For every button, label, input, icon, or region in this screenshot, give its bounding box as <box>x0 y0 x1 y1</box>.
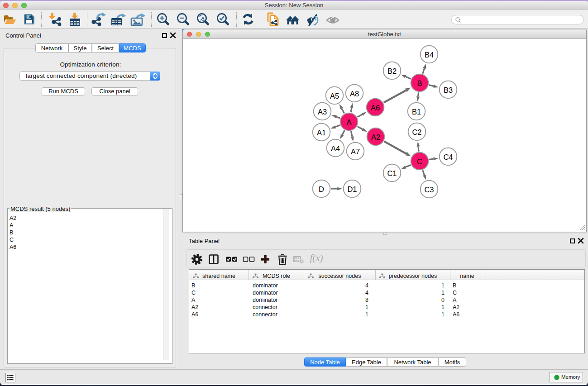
svg-text:D1: D1 <box>347 185 357 193</box>
svg-text:A6: A6 <box>371 104 380 112</box>
svg-text:C3: C3 <box>424 186 434 194</box>
svg-text:B: B <box>417 79 422 87</box>
svg-text:A3: A3 <box>318 108 327 116</box>
svg-text:A8: A8 <box>350 90 359 98</box>
svg-text:A: A <box>346 118 351 126</box>
svg-text:C1: C1 <box>387 169 397 177</box>
svg-text:C4: C4 <box>443 153 453 161</box>
svg-text:C2: C2 <box>412 128 421 136</box>
svg-text:A7: A7 <box>351 148 360 156</box>
svg-text:B3: B3 <box>444 86 453 94</box>
svg-text:D: D <box>319 185 324 193</box>
svg-text:A4: A4 <box>331 144 340 152</box>
svg-text:B2: B2 <box>387 67 397 75</box>
svg-text:A5: A5 <box>330 92 339 100</box>
svg-text:B1: B1 <box>412 108 421 116</box>
svg-text:C: C <box>417 157 422 166</box>
svg-text:A1: A1 <box>317 129 326 137</box>
svg-text:A2: A2 <box>371 133 380 141</box>
svg-text:B4: B4 <box>425 51 434 59</box>
